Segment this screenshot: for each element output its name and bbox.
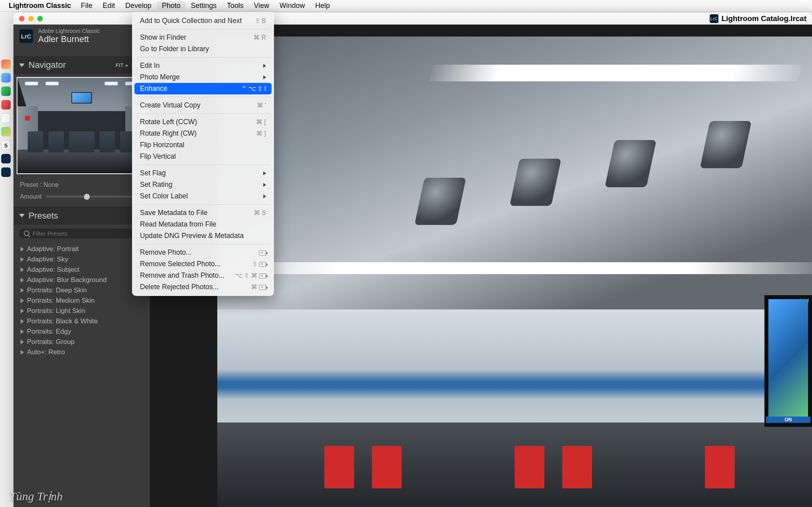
menu-item-label: Flip Horizontal bbox=[140, 141, 184, 149]
preset-group-item[interactable]: Adaptive: Blur Background bbox=[15, 275, 148, 285]
preset-group-item[interactable]: Portraits: Deep Skin bbox=[15, 285, 148, 296]
menu-item[interactable]: Show in Finder⌘ R bbox=[132, 32, 274, 43]
chevron-right-icon bbox=[21, 319, 24, 324]
menu-item[interactable]: Flip Horizontal bbox=[132, 139, 274, 151]
dock-icon[interactable] bbox=[1, 113, 11, 123]
menu-item[interactable]: Add to Quick Collection and Next⇧ B bbox=[132, 15, 274, 27]
close-button[interactable] bbox=[19, 16, 25, 21]
menu-item[interactable]: Update DNG Preview & Metadata bbox=[132, 230, 274, 242]
preset-group-item[interactable]: Portraits: Medium Skin bbox=[15, 296, 148, 306]
menu-item[interactable]: Enhance⌃ ⌥ ⇧ I bbox=[134, 83, 272, 94]
dock-icon[interactable] bbox=[1, 86, 11, 96]
menu-develop[interactable]: Develop bbox=[120, 2, 157, 10]
preset-group-item[interactable]: Adaptive: Subject bbox=[15, 265, 148, 275]
preset-label-row: Preset : None bbox=[20, 181, 144, 188]
main-image[interactable]: android ON bbox=[217, 36, 812, 507]
preset-group-item[interactable]: Portraits: Group bbox=[15, 337, 148, 347]
menubar-app-name: Lightroom Classic bbox=[4, 2, 76, 10]
preset-item-label: Adaptive: Sky bbox=[27, 255, 68, 263]
menu-settings[interactable]: Settings bbox=[186, 2, 222, 10]
minimize-button[interactable] bbox=[28, 16, 34, 21]
dock-icon[interactable] bbox=[1, 167, 11, 177]
menu-item[interactable]: Flip Vertical bbox=[132, 151, 274, 162]
preset-group-item[interactable]: Portraits: Black & White bbox=[15, 316, 148, 326]
menu-item[interactable]: Set Rating bbox=[132, 179, 274, 190]
menu-view[interactable]: View bbox=[249, 2, 274, 10]
menu-tools[interactable]: Tools bbox=[222, 2, 249, 10]
menu-item[interactable]: Rotate Left (CCW)⌘ [ bbox=[132, 116, 274, 128]
search-icon bbox=[24, 230, 29, 236]
slider-knob[interactable] bbox=[84, 194, 90, 200]
menu-photo[interactable]: Photo bbox=[157, 2, 186, 10]
photo-content: android ON bbox=[217, 36, 812, 507]
menu-item-label: Enhance bbox=[140, 84, 167, 93]
menu-item[interactable]: Rotate Right (CW)⌘ ] bbox=[132, 128, 274, 139]
product-name: Adobe Lightroom Classic bbox=[38, 28, 100, 34]
menu-file[interactable]: File bbox=[76, 2, 98, 10]
menu-item[interactable]: Set Flag bbox=[132, 167, 274, 179]
menu-item[interactable]: Set Color Label bbox=[132, 190, 274, 202]
preset-group-item[interactable]: Adaptive: Sky bbox=[15, 254, 148, 265]
menu-item[interactable]: Remove Selected Photo...⇧ bbox=[132, 258, 274, 270]
identity-plate: LrC Adobe Lightroom Classic Adler Burnet… bbox=[19, 28, 100, 44]
macos-dock: 5 bbox=[0, 56, 12, 492]
dock-icon[interactable] bbox=[1, 60, 11, 69]
menu-edit[interactable]: Edit bbox=[98, 2, 120, 10]
menu-item[interactable]: Remove and Trash Photo...⌥ ⇧ ⌘ bbox=[132, 270, 274, 281]
menu-item[interactable]: Save Metadata to File⌘ S bbox=[132, 207, 274, 219]
preset-group-item[interactable]: Adaptive: Portrait bbox=[15, 244, 148, 254]
preset-item-label: Adaptive: Portrait bbox=[27, 245, 79, 253]
presets-panel-header[interactable]: Presets bbox=[13, 207, 150, 225]
menu-separator bbox=[137, 204, 269, 205]
amount-label: Amount bbox=[20, 193, 42, 200]
menu-window[interactable]: Window bbox=[274, 2, 310, 10]
menu-item[interactable]: Read Metadata from File bbox=[132, 219, 274, 230]
slider-track[interactable] bbox=[46, 196, 144, 198]
menu-shortcut: ⌃ ⌥ ⇧ I bbox=[241, 85, 266, 92]
dock-icon[interactable] bbox=[1, 100, 11, 109]
chevron-right-icon bbox=[263, 171, 266, 175]
menu-shortcut: ⌥ ⇧ ⌘ bbox=[235, 272, 266, 279]
delete-key-icon bbox=[259, 250, 266, 255]
menu-item-label: Flip Vertical bbox=[140, 152, 176, 161]
dock-icon[interactable] bbox=[1, 127, 11, 136]
menu-shortcut: ⇧ bbox=[252, 260, 266, 268]
menu-item[interactable]: Photo Merge bbox=[132, 71, 274, 83]
dock-icon[interactable] bbox=[1, 154, 11, 163]
preset-item-label: Portraits: Group bbox=[27, 338, 75, 346]
amount-slider[interactable]: Amount bbox=[20, 193, 144, 200]
navigator-panel-header[interactable]: Navigator FIT ≑ 100% bbox=[13, 56, 150, 74]
menu-item[interactable]: Go to Folder in Library bbox=[132, 43, 274, 55]
macos-menubar: Lightroom Classic File Edit Develop Phot… bbox=[0, 0, 812, 12]
preset-group-item[interactable]: Portraits: Light Skin bbox=[15, 306, 148, 316]
menu-item-label: Rotate Right (CW) bbox=[140, 129, 197, 138]
chevron-right-icon bbox=[21, 257, 24, 262]
chevron-right-icon bbox=[21, 288, 24, 293]
presets-title: Presets bbox=[29, 211, 58, 221]
menu-shortcut: ⌘ ] bbox=[256, 130, 266, 137]
menu-item[interactable]: Remove Photo... bbox=[132, 247, 274, 258]
menu-item[interactable]: Delete Rejected Photos...⌘ bbox=[132, 281, 274, 293]
preset-group-item[interactable]: Portraits: Edgy bbox=[15, 326, 148, 337]
dock-icon[interactable]: 5 bbox=[1, 140, 11, 150]
titlebar-catalog: LrC Lightroom Catalog.lrcat bbox=[710, 14, 806, 23]
chevron-right-icon bbox=[263, 194, 266, 198]
preset-group-item[interactable]: Auto+: Retro bbox=[15, 347, 148, 357]
presets-filter-box[interactable] bbox=[19, 229, 144, 238]
presets-filter-input[interactable] bbox=[33, 230, 140, 237]
menu-shortcut: ⌘ bbox=[251, 283, 266, 291]
menu-item[interactable]: Edit In bbox=[132, 60, 274, 71]
zoom-fit-button[interactable]: FIT ≑ bbox=[116, 62, 128, 68]
dock-icon[interactable] bbox=[1, 73, 11, 83]
menu-item-label: Edit In bbox=[140, 61, 160, 70]
menu-separator bbox=[137, 113, 269, 114]
navigator-thumbnail[interactable] bbox=[17, 77, 147, 174]
menu-help[interactable]: Help bbox=[310, 2, 335, 10]
lrc-tile-icon: LrC bbox=[19, 29, 33, 43]
menu-item[interactable]: Create Virtual Copy⌘ ' bbox=[132, 100, 274, 111]
menu-separator bbox=[137, 97, 269, 97]
preset-item-label: Auto+: Retro bbox=[27, 348, 65, 356]
maximize-button[interactable] bbox=[37, 16, 43, 21]
menu-shortcut: ⌘ ' bbox=[257, 102, 266, 109]
thumbnail-image bbox=[17, 78, 146, 173]
